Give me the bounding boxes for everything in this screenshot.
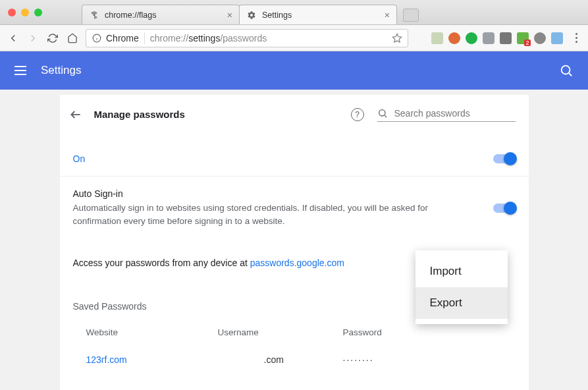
extension-icon[interactable] bbox=[551, 32, 563, 44]
browser-tab-flags[interactable]: chrome://flags × bbox=[82, 5, 240, 24]
passwords-toggle[interactable] bbox=[493, 154, 516, 163]
col-username: Username bbox=[218, 327, 343, 337]
bookmark-star-icon[interactable] bbox=[392, 33, 402, 43]
import-export-menu: Import Export bbox=[415, 250, 508, 324]
extension-icons bbox=[431, 32, 581, 44]
search-icon bbox=[377, 108, 388, 119]
export-menu-item[interactable]: Export bbox=[415, 287, 508, 319]
window-titlebar: chrome://flags × Settings × bbox=[0, 0, 588, 25]
back-button[interactable] bbox=[7, 32, 20, 45]
omnibox-path-bold: settings bbox=[188, 33, 220, 43]
content-area: Manage passwords ? On Auto Sign-in Autom… bbox=[0, 90, 588, 390]
traffic-lights bbox=[0, 9, 42, 16]
svg-point-8 bbox=[379, 110, 385, 116]
col-password: Password bbox=[343, 327, 516, 337]
help-icon[interactable]: ? bbox=[351, 108, 364, 121]
back-arrow-icon[interactable] bbox=[69, 108, 82, 121]
tab-title: Settings bbox=[262, 11, 292, 20]
gear-icon bbox=[246, 10, 257, 20]
close-window-button[interactable] bbox=[8, 9, 16, 16]
tab-strip: chrome://flags × Settings × bbox=[82, 0, 419, 24]
auto-signin-row: Auto Sign-in Automatically sign in to we… bbox=[60, 176, 529, 240]
new-tab-button[interactable] bbox=[403, 9, 419, 22]
page-title: Manage passwords bbox=[94, 109, 185, 120]
address-bar[interactable]: Chrome chrome://settings/passwords bbox=[86, 29, 408, 47]
auto-signin-toggle[interactable] bbox=[493, 204, 516, 213]
extension-icon[interactable] bbox=[517, 32, 529, 44]
browser-menu-button[interactable] bbox=[571, 33, 581, 43]
info-icon bbox=[92, 33, 102, 43]
search-passwords-input[interactable] bbox=[394, 108, 516, 119]
omnibox-path-suffix: /passwords bbox=[220, 33, 267, 43]
passwords-on-row: On bbox=[60, 134, 529, 176]
close-tab-icon[interactable]: × bbox=[385, 10, 390, 20]
svg-point-5 bbox=[562, 66, 570, 74]
settings-title: Settings bbox=[41, 64, 81, 77]
svg-line-6 bbox=[569, 73, 572, 76]
extension-icon[interactable] bbox=[534, 32, 546, 44]
on-label: On bbox=[73, 153, 86, 164]
row-website[interactable]: 123rf.com bbox=[86, 354, 218, 365]
import-menu-item[interactable]: Import bbox=[415, 256, 508, 287]
radioactive-icon bbox=[89, 10, 99, 20]
col-website: Website bbox=[86, 327, 218, 337]
omnibox-host: Chrome bbox=[106, 33, 139, 43]
settings-search-button[interactable] bbox=[559, 63, 574, 78]
row-password: ········ bbox=[343, 354, 516, 365]
access-text: Access your passwords from any device at bbox=[73, 258, 250, 268]
minimize-window-button[interactable] bbox=[21, 9, 29, 16]
reload-button[interactable] bbox=[46, 32, 59, 45]
close-tab-icon[interactable]: × bbox=[227, 10, 232, 20]
forward-button[interactable] bbox=[26, 32, 40, 45]
svg-line-9 bbox=[385, 115, 387, 117]
extension-icon[interactable] bbox=[448, 32, 460, 44]
row-username: xxxxxxxxxx.com bbox=[218, 354, 343, 365]
extension-icon[interactable] bbox=[431, 32, 443, 44]
extension-icon[interactable] bbox=[500, 32, 512, 44]
extension-icon[interactable] bbox=[466, 32, 477, 44]
svg-point-0 bbox=[94, 14, 95, 15]
svg-marker-4 bbox=[392, 34, 401, 42]
maximize-window-button[interactable] bbox=[34, 9, 42, 16]
browser-toolbar: Chrome chrome://settings/passwords bbox=[0, 25, 588, 51]
auto-signin-title: Auto Sign-in bbox=[73, 188, 442, 199]
omnibox-path-prefix: chrome:// bbox=[150, 33, 188, 43]
settings-card: Manage passwords ? On Auto Sign-in Autom… bbox=[60, 95, 529, 390]
auto-signin-desc: Automatically sign in to websites using … bbox=[73, 202, 442, 229]
extension-icon[interactable] bbox=[483, 32, 494, 44]
passwords-google-link[interactable]: passwords.google.com bbox=[250, 258, 344, 268]
tab-title: chrome://flags bbox=[105, 11, 157, 20]
browser-tab-settings[interactable]: Settings × bbox=[239, 5, 397, 24]
settings-header: Settings bbox=[0, 51, 588, 90]
card-header: Manage passwords ? bbox=[60, 95, 529, 134]
home-button[interactable] bbox=[66, 32, 79, 45]
password-table-row[interactable]: 123rf.com xxxxxxxxxx.com ········ bbox=[60, 347, 529, 373]
menu-icon[interactable] bbox=[14, 66, 26, 75]
omnibox-separator bbox=[144, 32, 145, 44]
search-passwords-field[interactable] bbox=[377, 107, 516, 122]
